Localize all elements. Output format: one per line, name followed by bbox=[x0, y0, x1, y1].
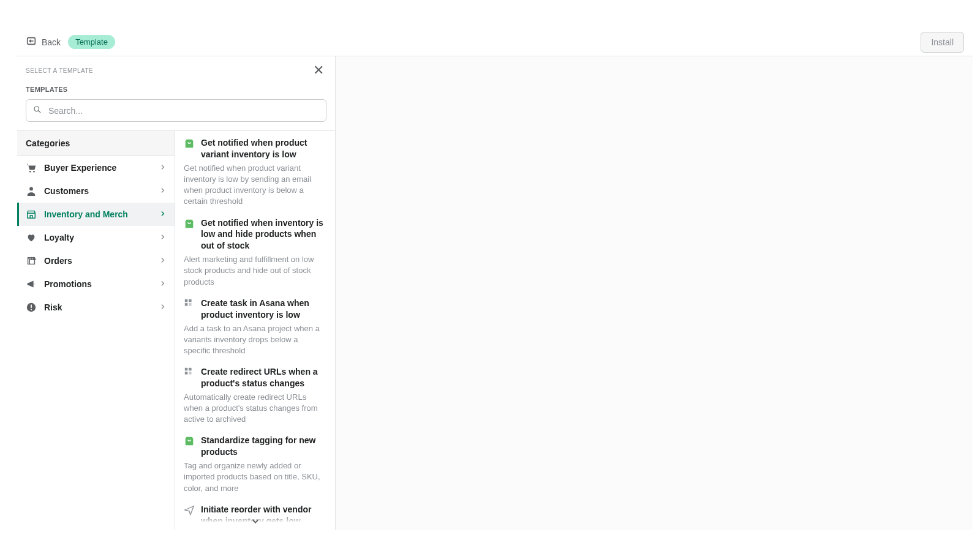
template-description: Automatically create redirect URLs when … bbox=[184, 392, 326, 425]
chevron-right-icon bbox=[159, 233, 167, 243]
person-icon bbox=[26, 186, 37, 197]
chevron-right-icon bbox=[159, 279, 167, 290]
back-label: Back bbox=[42, 37, 61, 47]
template-title: Standardize tagging for new products bbox=[201, 435, 326, 458]
topbar: Back Template Install bbox=[17, 28, 973, 56]
close-icon: ✕ bbox=[313, 62, 324, 78]
template-description: Alert marketing and fulfillment on low s… bbox=[184, 254, 326, 288]
template-title: Create task in Asana when product invent… bbox=[201, 298, 326, 321]
search-icon bbox=[32, 105, 47, 116]
sidebar-item-risk[interactable]: Risk bbox=[17, 296, 175, 319]
back-button[interactable]: Back bbox=[26, 36, 61, 48]
chevron-right-icon bbox=[159, 256, 167, 266]
template-item[interactable]: Create redirect URLs when a product's st… bbox=[184, 366, 326, 425]
heart-icon bbox=[26, 232, 37, 243]
template-item[interactable]: Get notified when inventory is low and h… bbox=[184, 217, 326, 288]
template-item[interactable]: Create task in Asana when product invent… bbox=[184, 298, 326, 356]
back-icon bbox=[26, 36, 37, 48]
template-title: Get notified when inventory is low and h… bbox=[201, 217, 326, 252]
categories-header: Categories bbox=[17, 131, 175, 156]
preview-area bbox=[336, 56, 973, 530]
template-item[interactable]: Standardize tagging for new productsTag … bbox=[184, 435, 326, 493]
sidebar-item-inventory[interactable]: Inventory and Merch bbox=[17, 203, 175, 226]
sidebar-item-label: Loyalty bbox=[44, 233, 151, 242]
template-pill: Template bbox=[68, 35, 115, 49]
shop-icon bbox=[26, 209, 37, 220]
sidebar-item-label: Buyer Experience bbox=[44, 163, 151, 173]
template-description: Tag and organize newly added or imported… bbox=[184, 460, 326, 494]
megaphone-icon bbox=[26, 279, 37, 290]
alert-icon bbox=[26, 302, 37, 313]
template-description: Get notified when product variant invent… bbox=[184, 163, 326, 208]
template-title: Create redirect URLs when a product's st… bbox=[201, 366, 326, 389]
sidebar-item-label: Promotions bbox=[44, 279, 151, 289]
sidebar-item-buyer[interactable]: Buyer Experience bbox=[17, 156, 175, 179]
chevron-right-icon bbox=[159, 302, 167, 313]
sidebar-item-promotions[interactable]: Promotions bbox=[17, 272, 175, 296]
grid-icon bbox=[184, 367, 195, 378]
chevron-right-icon bbox=[159, 209, 167, 220]
sidebar-item-orders[interactable]: Orders bbox=[17, 249, 175, 272]
template-description: Add a task to an Asana project when a va… bbox=[184, 323, 326, 357]
sidebar-item-label: Customers bbox=[44, 186, 151, 196]
close-button[interactable]: ✕ bbox=[311, 61, 326, 80]
chevron-right-icon bbox=[159, 186, 167, 197]
templates-section-label: TEMPLATES bbox=[26, 86, 326, 93]
sidebar-item-label: Orders bbox=[44, 256, 151, 266]
cart-icon bbox=[26, 162, 37, 173]
sidebar-item-customers[interactable]: Customers bbox=[17, 179, 175, 203]
chevron-down-icon bbox=[250, 515, 261, 528]
box-icon bbox=[26, 255, 37, 266]
shop-icon bbox=[184, 435, 195, 446]
shop-icon bbox=[184, 218, 195, 229]
template-item[interactable]: Get notified when product variant invent… bbox=[184, 137, 326, 208]
search-field[interactable] bbox=[26, 99, 326, 122]
categories-list: Categories Buyer ExperienceCustomersInve… bbox=[17, 131, 175, 530]
select-template-label: SELECT A TEMPLATE bbox=[26, 67, 93, 74]
sidebar-item-label: Inventory and Merch bbox=[44, 209, 151, 219]
shop-icon bbox=[184, 138, 195, 149]
chevron-right-icon bbox=[159, 163, 167, 173]
templates-list: Get notified when product variant invent… bbox=[175, 131, 335, 530]
scroll-more-indicator[interactable] bbox=[175, 513, 335, 530]
template-title: Get notified when product variant invent… bbox=[201, 137, 326, 160]
sidebar-item-loyalty[interactable]: Loyalty bbox=[17, 226, 175, 249]
grid-icon bbox=[184, 298, 195, 309]
sidebar-item-label: Risk bbox=[44, 302, 151, 312]
search-input[interactable] bbox=[47, 105, 320, 116]
install-button[interactable]: Install bbox=[921, 32, 964, 53]
template-panel: SELECT A TEMPLATE ✕ TEMPLATES Categor bbox=[17, 56, 336, 530]
